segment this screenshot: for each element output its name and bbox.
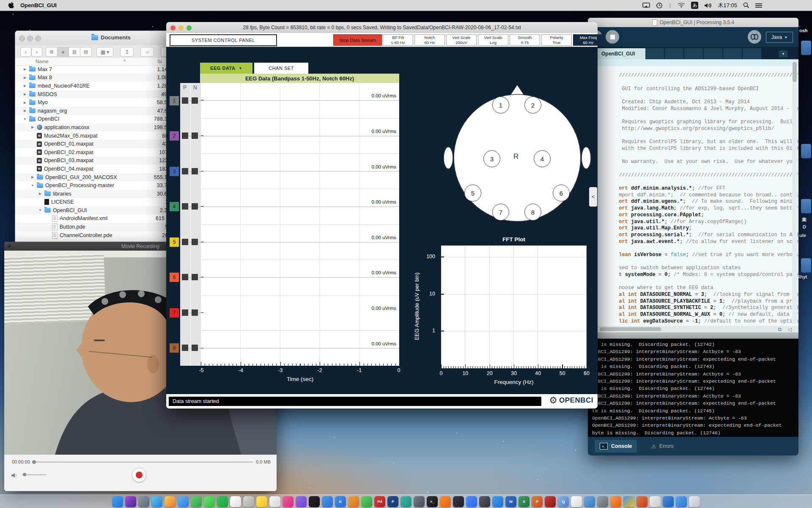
dock-icon[interactable] bbox=[440, 496, 451, 507]
file-name[interactable]: mbed_NucleoF401RE bbox=[38, 83, 90, 89]
wifi-icon[interactable] bbox=[678, 3, 685, 8]
time-machine-icon[interactable] bbox=[656, 2, 663, 9]
zoom-button[interactable] bbox=[35, 36, 41, 41]
electrode-circle[interactable]: 6 bbox=[553, 185, 570, 202]
n-impedance-button[interactable] bbox=[192, 168, 198, 174]
coverflow-view-button[interactable]: ▤ bbox=[80, 47, 92, 57]
airplay-display-icon[interactable] bbox=[642, 3, 650, 8]
apple-icon[interactable] bbox=[8, 2, 14, 9]
dock-icon[interactable] bbox=[230, 496, 241, 507]
channel-swatch[interactable]: 6 bbox=[170, 273, 179, 282]
openbci-titlebar[interactable]: 28 fps, Byte Count = 653810, bit rate = … bbox=[166, 22, 598, 33]
volume-icon[interactable] bbox=[704, 3, 712, 8]
dock-icon[interactable] bbox=[204, 496, 215, 507]
p-impedance-button[interactable] bbox=[182, 168, 188, 174]
dock-icon[interactable] bbox=[256, 496, 267, 507]
tab-errors[interactable]: ⚠ Errors bbox=[651, 440, 674, 453]
file-name[interactable]: OpenBCI_04.maxpat bbox=[44, 166, 93, 172]
dock-icon[interactable] bbox=[309, 496, 320, 507]
dock-icon[interactable]: P bbox=[532, 496, 543, 507]
filter-button[interactable]: Polarity True bbox=[541, 34, 572, 46]
tab-eeg-data[interactable]: EEG DATA ▼ bbox=[200, 63, 252, 74]
record-button[interactable] bbox=[132, 468, 146, 482]
dock-icon[interactable] bbox=[361, 496, 372, 507]
disclosure-triangle-icon[interactable] bbox=[38, 208, 42, 212]
electrode-circle[interactable]: 2 bbox=[524, 97, 541, 113]
dock-icon[interactable] bbox=[676, 496, 687, 507]
file-name[interactable]: Myo bbox=[38, 99, 48, 105]
p-impedance-button[interactable] bbox=[182, 239, 188, 245]
filter-button[interactable]: Max Freq 60 Hz bbox=[573, 34, 604, 46]
dock-icon[interactable]: Pd bbox=[374, 496, 385, 507]
copy-icon[interactable]: ⧉ bbox=[778, 326, 782, 332]
file-name[interactable]: ChannelController.pde bbox=[60, 232, 112, 238]
filter-button[interactable]: Vert Scale 200uV bbox=[446, 34, 477, 46]
speaker-icon[interactable] bbox=[11, 472, 18, 478]
forward-button[interactable]: › bbox=[31, 47, 42, 57]
p-impedance-button[interactable] bbox=[182, 345, 188, 351]
close-button[interactable] bbox=[170, 25, 176, 30]
disclosure-triangle-icon[interactable] bbox=[23, 117, 27, 121]
desktop-label[interactable]: ule bbox=[799, 233, 806, 238]
progress-knob[interactable] bbox=[32, 460, 36, 464]
disclosure-triangle-icon[interactable] bbox=[23, 84, 27, 88]
n-impedance-button[interactable] bbox=[192, 274, 198, 280]
dock-icon[interactable] bbox=[138, 496, 149, 507]
channel-swatch[interactable]: 5 bbox=[170, 237, 179, 247]
dock-icon[interactable]: Q bbox=[558, 496, 569, 507]
dock-icon[interactable] bbox=[623, 496, 634, 507]
p-impedance-button[interactable] bbox=[182, 274, 188, 280]
n-impedance-button[interactable] bbox=[192, 97, 198, 104]
tab-openbci-gui[interactable]: OpenBCI_GUI bbox=[596, 48, 649, 59]
bluetooth-icon[interactable]: ᛒ bbox=[669, 2, 672, 8]
dock-icon[interactable] bbox=[112, 496, 123, 507]
file-name[interactable]: OpenBCI_02.maxpat bbox=[44, 149, 93, 155]
disclosure-triangle-icon[interactable] bbox=[23, 76, 27, 80]
channel-swatch[interactable]: 8 bbox=[170, 343, 179, 353]
electrode-circle[interactable]: 8 bbox=[524, 204, 541, 221]
zoom-button[interactable] bbox=[187, 25, 192, 30]
file-name[interactable]: Max 7 bbox=[38, 66, 52, 72]
volume-knob[interactable] bbox=[23, 473, 26, 476]
close-button[interactable] bbox=[8, 245, 11, 248]
system-control-panel-button[interactable]: SYSTEM CONTROL PANEL bbox=[170, 34, 277, 46]
dock-icon[interactable] bbox=[283, 496, 294, 507]
dock-icon[interactable] bbox=[401, 496, 411, 507]
channel-swatch[interactable]: 7 bbox=[170, 308, 179, 318]
disclosure-triangle-icon[interactable] bbox=[30, 175, 35, 179]
icon-view-button[interactable]: ⊞ bbox=[46, 47, 58, 57]
disclosure-triangle-icon[interactable] bbox=[38, 192, 42, 196]
minimize-button[interactable] bbox=[178, 25, 184, 30]
filter-button[interactable]: Notch 60 Hz bbox=[414, 34, 445, 46]
file-name[interactable]: OpenBCI_GUI_200_MACOSX bbox=[45, 174, 117, 180]
n-impedance-button[interactable] bbox=[192, 133, 198, 139]
dock-icon[interactable] bbox=[597, 496, 608, 507]
tab-chan-set[interactable]: CHAN SET bbox=[254, 63, 308, 74]
electrode-circle[interactable]: 3 bbox=[483, 150, 500, 167]
n-impedance-button[interactable] bbox=[192, 239, 198, 245]
dock-icon[interactable] bbox=[610, 496, 621, 507]
dock-icon[interactable] bbox=[571, 496, 582, 507]
console-divider[interactable] bbox=[588, 332, 798, 339]
dock-icon[interactable] bbox=[663, 496, 674, 507]
filter-button[interactable]: Vert Scale Log bbox=[478, 34, 508, 46]
dock-icon[interactable] bbox=[151, 496, 162, 507]
size-column-header[interactable]: Si bbox=[157, 59, 162, 64]
stop-data-stream-button[interactable]: Stop Data Stream bbox=[333, 34, 382, 46]
list-view-button[interactable]: ≡ bbox=[58, 47, 69, 57]
p-impedance-button[interactable] bbox=[182, 203, 188, 210]
processing-titlebar[interactable]: OpenBCI_GUI | Processing 3.5.4 bbox=[588, 18, 798, 27]
share-button[interactable]: ↥ bbox=[120, 47, 134, 57]
dock-icon[interactable]: P bbox=[387, 496, 398, 507]
filter-button[interactable]: BP Filt 1-50 Hz bbox=[383, 34, 413, 46]
dock-icon[interactable] bbox=[125, 496, 136, 507]
disclosure-triangle-icon[interactable] bbox=[23, 101, 27, 105]
file-name[interactable]: AndroidManifest.xml bbox=[60, 215, 107, 221]
disclosure-triangle-icon[interactable] bbox=[30, 184, 35, 188]
electrode-circle[interactable]: 7 bbox=[492, 204, 509, 221]
disclosure-triangle-icon[interactable] bbox=[23, 109, 27, 113]
disclosure-triangle-icon[interactable] bbox=[30, 125, 35, 129]
channel-swatch[interactable]: 2 bbox=[170, 131, 179, 141]
file-name[interactable]: MSDOS bbox=[38, 91, 57, 97]
tag-button[interactable]: ○ bbox=[140, 47, 154, 57]
